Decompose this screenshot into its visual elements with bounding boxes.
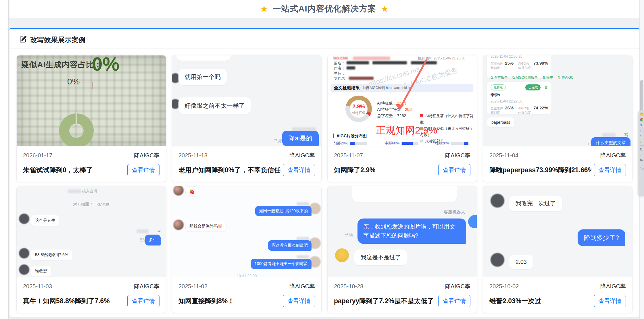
- down-arrow-icon: ↓: [640, 140, 642, 143]
- cases-panel: 改写效果展示案例 疑似AI生成内容占比： 0% 0% 2026-01-17降AI…: [9, 28, 639, 317]
- chat-bubble: 谁敢想: [31, 266, 51, 277]
- field-label: 文件名：: [334, 76, 349, 81]
- agent-name: 客服机器人: [444, 209, 465, 215]
- case-card-3: NO:CNK 检测时间: 2025-11-06 21:23:30 篇名： 作者：…: [327, 55, 477, 182]
- case-title: 知网直接降到8%！: [178, 297, 234, 306]
- chat-bubble-blue: 什么类型的文章: [591, 137, 630, 146]
- widget-count: 1: [640, 134, 642, 138]
- case-tag: 降AIGC率: [445, 152, 470, 159]
- blurred-name: [297, 255, 309, 259]
- case-date: 2025-11-02: [178, 283, 207, 290]
- case-date: 2025-11-13: [178, 152, 207, 159]
- widget-count: 3: [640, 123, 642, 127]
- case-tag: 降AIGC率: [134, 152, 159, 159]
- red-annotation: 正规知网2.9%: [376, 124, 437, 137]
- case-screenshot[interactable]: 客服机器人 已读 亲，收到您发送的图片啦，可以用文字描述下您的问题吗? 我这是不…: [328, 186, 477, 277]
- field-label: 篇名：: [334, 61, 345, 66]
- case-screenshot[interactable]: 2025-11-04 22:55:25 查重总体相似度25% AIGC总体疑似度…: [483, 55, 632, 146]
- page-title: 一站式AI内容优化解决方案: [273, 3, 376, 15]
- result-band-title: 全文检测结果: [334, 85, 360, 91]
- view-detail-button[interactable]: 查看详情: [594, 164, 626, 176]
- chat-bubble-blue: 知网一般都是可以20以下的: [255, 206, 312, 216]
- view-detail-button[interactable]: 查看详情: [127, 295, 159, 307]
- avatar: [19, 264, 29, 275]
- chat-bubble-blue: 降到多少了?: [578, 229, 625, 246]
- case-title: 知网降了2.9%: [334, 166, 375, 175]
- case-card-5: 接入会话 对方撤回了一条消息 这个是真牛 写 已读 多牛 58.8给我降到7.6…: [16, 186, 166, 313]
- blurred-name: [297, 202, 309, 206]
- case-title: 降啦paperpass73.99%降到21.66%！: [489, 166, 591, 175]
- view-detail-button[interactable]: 查看详情: [594, 295, 626, 307]
- case-body: 2026-01-17降AIGC率 朱雀试试降到0，太棒了查看详情: [17, 146, 166, 176]
- trash-icon[interactable]: 🗑: [544, 85, 548, 89]
- case-screenshot[interactable]: 接入会话 对方撤回了一条消息 这个是真牛 写 已读 多牛 58.8给我降到7.6…: [17, 186, 166, 277]
- chat-bubble: 这个是真牛: [31, 215, 59, 226]
- widget-text: 1: [640, 153, 642, 156]
- up-arrow-icon: ↑: [640, 129, 642, 132]
- case-tag: 降AIGC率: [289, 152, 315, 159]
- blurred-text: [411, 61, 437, 64]
- header-banner: ★ 一站式AI内容优化解决方案 ★: [9, 0, 639, 18]
- done-pill: 已完成: [525, 84, 541, 90]
- widget-divider: [640, 145, 644, 146]
- case-body: 2025-11-04降AIGC率 降啦paperpass73.99%降到21.6…: [483, 146, 632, 176]
- widget-orange-icon: [640, 113, 643, 116]
- avatar: [491, 194, 504, 208]
- case-tag: 降AIGC率: [134, 283, 159, 290]
- case-body: 2025-11-03降AIGC率 真牛！知网58.8%降到了7.6%查看详情: [17, 277, 166, 307]
- case-screenshot[interactable]: NO:CNK 检测时间: 2025-11-06 21:23:30 篇名： 作者：…: [328, 55, 477, 146]
- chat-bubble-blue: 多牛: [145, 235, 161, 245]
- case-body: 2025-10-28降AIGC率 paperyy降到了7.2%是不是太低了查看详…: [328, 277, 477, 307]
- chat-bubble: 好像跟之前不太一样了: [178, 97, 251, 114]
- recall-message: 对方撤回了一条消息: [17, 202, 166, 207]
- case-body: 2025-11-02降AIGC率 知网直接降到8%！查看详情: [172, 277, 321, 307]
- avatar: [468, 215, 477, 228]
- star-icon: ★: [381, 5, 389, 13]
- read-label: 已读: [273, 139, 282, 144]
- chat-bubble: 58.8给我降到7.6%: [31, 250, 72, 260]
- chat-bubble-blue: 应该没有那么倒霉吧: [268, 240, 312, 251]
- case-screenshot[interactable]: 我改完一次过了 已读 降到多少了? 2.03: [483, 186, 632, 277]
- donut-chart: [59, 113, 94, 146]
- case-date: 2025-10-28: [334, 283, 363, 290]
- case-screenshot[interactable]: 就用第一个吗 好像跟之前不太一样了 已读 降ai是的: [172, 55, 321, 146]
- view-detail-button[interactable]: 查看详情: [283, 295, 315, 307]
- divider: [9, 49, 639, 49]
- floating-side-widget[interactable]: 3 ↑ 1 ↓ C 1 67 ⌵: [639, 110, 644, 196]
- view-detail-button[interactable]: 查看详情: [283, 164, 315, 176]
- case-date: 2025-11-04: [489, 152, 518, 159]
- case-screenshot[interactable]: 疑似AI生成内容占比： 0% 0%: [17, 55, 166, 146]
- section-header: 改写效果展示案例: [16, 34, 633, 49]
- field-label: 作者：: [334, 66, 345, 71]
- detect-time: 检测时间: 2025-11-06 21:23:30: [418, 56, 465, 61]
- report-stats: AI特征值：2.9% AI特征字符数：208 总字符数：7262: [377, 100, 412, 119]
- avatar: [19, 214, 29, 224]
- avatar: [173, 220, 184, 230]
- case-card-2: 就用第一个吗 好像跟之前不太一样了 已读 降ai是的 2025-11-13降AI…: [172, 55, 322, 182]
- view-detail-button[interactable]: 查看详情: [438, 164, 470, 176]
- chat-bubble-emoji: 🍓: [185, 186, 198, 197]
- chat-timestamp: 10-31 22:00: [172, 274, 321, 277]
- chat-bubble: 就用第一个吗: [178, 69, 227, 85]
- result-band: 全文检测结果 知网AIGC检测 https://cx.cnki.net: [331, 84, 473, 92]
- window-left-strip: [0, 0, 9, 319]
- case-tag: 降AIGC率: [289, 283, 315, 290]
- case-date: 2025-11-07: [334, 152, 363, 159]
- view-detail-button[interactable]: 查看详情: [438, 295, 470, 307]
- avatar: [173, 186, 184, 196]
- distribution-rear: 后部20%: [435, 141, 468, 146]
- case-date: 2025-11-03: [23, 283, 52, 290]
- chat-bubble-blue: 1000篇看能不能出一个倒霉蛋: [251, 259, 312, 269]
- case-date: 2026-01-17: [23, 152, 52, 159]
- widget-text: C: [640, 148, 642, 151]
- case-screenshot[interactable]: 🍓 已读 知网一般都是可以20以下的 那我会是例外吗🐷 已读 应该没有那么倒霉吧…: [172, 186, 321, 277]
- case-card-7: 客服机器人 已读 亲，收到您发送的图片啦，可以用文字描述下您的问题吗? 我这是不…: [327, 186, 477, 313]
- view-detail-button[interactable]: 查看详情: [127, 164, 159, 176]
- case-tag: 降AIGC率: [445, 283, 470, 290]
- blurred-name: [137, 229, 149, 233]
- widget-text: 67: [640, 158, 643, 162]
- free-version-pill: 免费版: [491, 84, 506, 90]
- cases-grid: 疑似AI生成内容占比： 0% 0% 2026-01-17降AIGC率 朱雀试试降…: [16, 55, 633, 313]
- ai-ratio-value: 0%: [92, 55, 119, 75]
- report-links[interactable]: ⧉ 查重报告 ⧉ AIGC检测报告 ⇅ 降重 ⇅ 降AIGC: [491, 73, 548, 80]
